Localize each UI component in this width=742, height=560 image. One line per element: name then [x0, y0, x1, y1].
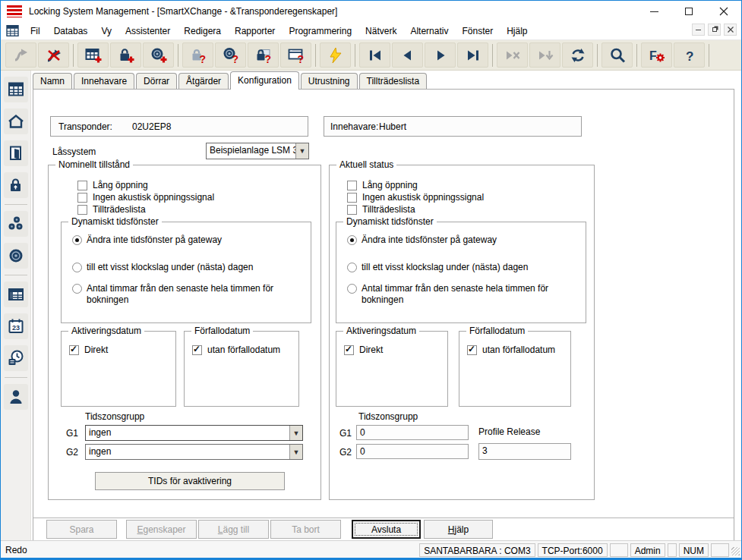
- menu-fil[interactable]: Fil: [24, 24, 47, 39]
- sidebar-matrix-button[interactable]: [4, 77, 28, 102]
- previous-record-button[interactable]: [392, 42, 423, 68]
- sidebar-areas-button[interactable]: [4, 109, 28, 134]
- tab-strip: Namn Innehavare Dörrar Åtgärder Konfigur…: [33, 73, 428, 90]
- filter-settings-button[interactable]: F: [641, 42, 672, 68]
- nominal-dynamic-option3-radio[interactable]: [72, 284, 82, 294]
- help-button[interactable]: ?: [674, 42, 705, 68]
- save-button[interactable]: Spara: [46, 520, 117, 539]
- menu-assistenter[interactable]: Assistenter: [118, 24, 177, 39]
- sidebar-time-log-button[interactable]: [4, 345, 28, 371]
- actual-dynamic-option3-radio[interactable]: [347, 284, 357, 294]
- tab-tilltradeslista[interactable]: Tillträdeslista: [359, 73, 428, 89]
- nominal-timezone-heading: Tidszonsgrupp: [85, 411, 144, 422]
- nominal-direct-checkbox[interactable]: [69, 345, 79, 355]
- nominal-no-expiry-checkbox[interactable]: [192, 345, 202, 355]
- sidebar-locks-button[interactable]: [4, 172, 28, 198]
- menu-databas[interactable]: Databas: [47, 24, 95, 39]
- apply-record-button[interactable]: [529, 42, 560, 68]
- holder-label: Innehavare:: [330, 121, 378, 132]
- actual-dynamic-option2-radio[interactable]: [347, 263, 357, 272]
- menu-natverk[interactable]: Nätverk: [358, 24, 403, 39]
- actual-dynamic-option1-radio[interactable]: [347, 235, 357, 245]
- nominal-dynamic-option1-radio[interactable]: [72, 235, 82, 245]
- read-network-button[interactable]: ?: [280, 42, 311, 68]
- sidebar-users-button[interactable]: [4, 384, 28, 410]
- next-record-icon: [431, 46, 450, 64]
- new-lock-icon: [117, 46, 135, 64]
- remove-button[interactable]: Ta bort: [270, 520, 341, 539]
- resize-grip[interactable]: [731, 547, 740, 555]
- nominal-access-list-checkbox[interactable]: [77, 205, 87, 215]
- chevron-down-icon[interactable]: ▼: [289, 426, 302, 440]
- transponders-icon: [7, 247, 25, 265]
- mdi-close-button[interactable]: [724, 24, 737, 36]
- profile-release-field[interactable]: 3: [478, 443, 571, 460]
- read-lock-button[interactable]: ?: [182, 42, 213, 68]
- actual-direct-checkbox[interactable]: [344, 345, 354, 355]
- sidebar-transponder-groups-button[interactable]: [4, 211, 28, 237]
- actual-g1-label: G1: [339, 428, 352, 439]
- profile-release-label: Profile Release: [478, 426, 540, 437]
- sidebar-transponders-button[interactable]: [4, 243, 28, 269]
- menu-vy[interactable]: Vy: [94, 24, 118, 39]
- holder-box: Innehavare: Hubert: [324, 116, 582, 137]
- new-lock-button[interactable]: [110, 42, 141, 68]
- actual-no-beep-checkbox[interactable]: [347, 193, 357, 203]
- discard-record-button[interactable]: [497, 42, 528, 68]
- read-transponder-button[interactable]: ?: [215, 42, 246, 68]
- tab-dorrar[interactable]: Dörrar: [136, 73, 177, 89]
- mdi-minimize-button[interactable]: [692, 24, 705, 36]
- chevron-down-icon[interactable]: ▼: [295, 143, 308, 159]
- close-button[interactable]: [706, 1, 741, 22]
- mdi-restore-button[interactable]: [708, 24, 721, 36]
- tab-utrustning[interactable]: Utrustning: [301, 73, 358, 89]
- last-record-button[interactable]: [457, 42, 488, 68]
- program-flash-button[interactable]: [320, 42, 351, 68]
- minimize-button[interactable]: [636, 1, 671, 22]
- menu-rapporter[interactable]: Rapporter: [228, 24, 282, 39]
- nominal-no-beep-checkbox[interactable]: [77, 193, 87, 203]
- next-record-button[interactable]: [425, 42, 456, 68]
- sidebar-calendar-button[interactable]: 23: [4, 313, 28, 339]
- actual-no-expiry-checkbox[interactable]: [467, 345, 477, 355]
- first-record-button[interactable]: [359, 42, 390, 68]
- new-locking-system-button[interactable]: [77, 42, 109, 68]
- nominal-dynamic-option2-radio[interactable]: [72, 263, 82, 272]
- sidebar-schedules-button[interactable]: [4, 282, 28, 307]
- new-transponder-button[interactable]: [143, 42, 174, 68]
- nominal-long-open-checkbox[interactable]: [77, 181, 87, 190]
- tids-deactivation-button[interactable]: TIDs för avaktivering: [95, 472, 285, 490]
- undo-arrow-button[interactable]: [5, 42, 36, 68]
- actual-g1-field[interactable]: 0: [356, 425, 469, 440]
- menu-redigera[interactable]: Redigera: [177, 24, 228, 39]
- nominal-g1-select[interactable]: ingen ▼: [85, 425, 303, 441]
- menu-alternativ[interactable]: Alternativ: [403, 24, 455, 39]
- menu-hjalp[interactable]: Hjälp: [500, 24, 534, 39]
- tab-atgarder[interactable]: Åtgärder: [178, 73, 229, 89]
- tab-innehavare[interactable]: Innehavare: [74, 73, 134, 89]
- menu-fonster[interactable]: Fönster: [455, 24, 500, 39]
- read-lock-g1-button[interactable]: ?: [248, 42, 279, 68]
- maximize-button[interactable]: [671, 1, 706, 22]
- locksystem-select[interactable]: Beispielanlage LSM 3.x ▼: [206, 143, 309, 159]
- search-button[interactable]: [601, 42, 633, 68]
- menu-programmering[interactable]: Programmering: [282, 24, 358, 39]
- help-footer-button[interactable]: Hjälp: [424, 520, 493, 539]
- chevron-down-icon[interactable]: ▼: [289, 445, 302, 459]
- nominal-g2-select[interactable]: ingen ▼: [85, 444, 303, 460]
- break-connection-button[interactable]: [38, 42, 69, 68]
- nominal-expiry-title: Förfallodatum: [191, 326, 253, 336]
- exit-button[interactable]: Avsluta: [352, 520, 421, 539]
- tab-konfiguration[interactable]: Konfiguration: [230, 71, 299, 90]
- refresh-button[interactable]: [562, 42, 593, 68]
- menu-bar: Fil Databas Vy Assistenter Redigera Rapp…: [1, 22, 741, 40]
- nominal-dynamic-title: Dynamiskt tidsfönster: [68, 216, 162, 227]
- actual-access-list-checkbox[interactable]: [347, 205, 357, 215]
- add-button[interactable]: Lägg till: [198, 520, 269, 539]
- tab-namn[interactable]: Namn: [33, 73, 72, 89]
- actual-long-open-checkbox[interactable]: [347, 181, 357, 190]
- actual-g2-field[interactable]: 0: [356, 444, 469, 459]
- actual-dynamic-option3-label: Antal timmar från den senaste hela timme…: [362, 283, 583, 306]
- properties-button[interactable]: Egenskaper: [126, 520, 197, 539]
- sidebar-doors-button[interactable]: [4, 140, 28, 166]
